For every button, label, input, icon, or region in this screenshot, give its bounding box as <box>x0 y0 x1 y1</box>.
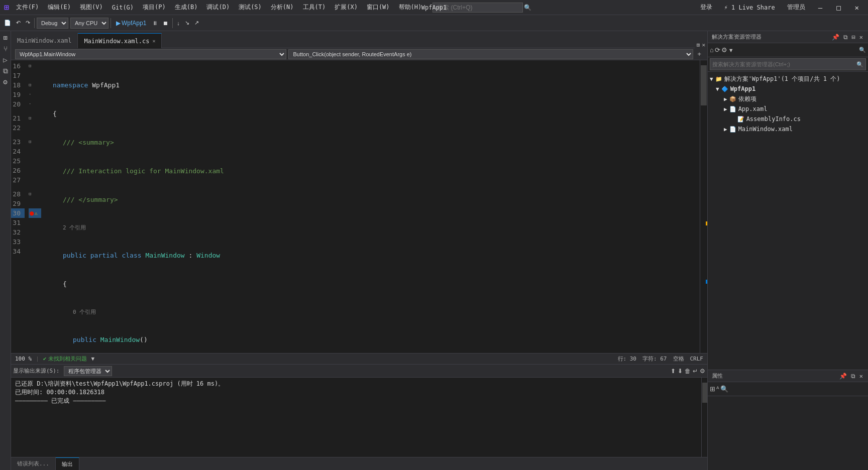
solution-root[interactable]: ▼ 📁 解决方案'WpfApp1'(1 个项目/共 1 个) <box>708 74 868 84</box>
dock-button[interactable]: ⊟ <box>851 34 856 41</box>
output-scroll-up[interactable]: ⬆ <box>671 368 676 375</box>
menu-debug[interactable]: 调试(D) <box>202 2 234 13</box>
nav-bar: WpfApp1.MainWindow Button_Click(object s… <box>11 48 707 60</box>
step-into-button[interactable]: ↘ <box>183 19 191 27</box>
extensions-icon[interactable]: ⧉ <box>1 66 10 75</box>
step-over-button[interactable]: ↓ <box>175 19 182 27</box>
solution-more-button[interactable]: ▼ <box>728 47 734 53</box>
collapse-23[interactable]: ⊟ <box>29 137 31 147</box>
check-dropdown[interactable]: ▼ <box>91 356 94 362</box>
solution-collapse-icon[interactable]: ▼ <box>710 76 713 82</box>
menu-window[interactable]: 窗口(W) <box>363 2 394 13</box>
project-wpfapp1[interactable]: ▼ 🔷 WpfApp1 <box>708 84 868 94</box>
prop-alphabetical-button[interactable]: ᴬ <box>716 385 719 393</box>
menu-analyze[interactable]: 分析(N) <box>267 2 298 13</box>
run-button[interactable]: ▶ WpfApp1 <box>113 20 149 27</box>
tree-item-mainwindow[interactable]: ▶ 📄 MainWindow.xaml <box>708 124 868 134</box>
menu-file[interactable]: 文件(F) <box>12 2 43 13</box>
collapse-28[interactable]: ⊟ <box>29 189 31 199</box>
output-source-select[interactable]: 程序包管理器 <box>64 366 112 376</box>
code-editor[interactable]: 16 17 18 19 20 21 22 23 24 25 26 27 <box>11 60 700 353</box>
stop-button[interactable]: ⏹ <box>161 19 170 27</box>
prop-pin-button[interactable]: 📌 <box>838 373 848 380</box>
output-scroll-down[interactable]: ⬇ <box>678 368 683 375</box>
tab-mainwindow-xaml[interactable]: MainWindow.xaml <box>11 33 78 48</box>
mainwindow-expand-icon[interactable]: ▶ <box>724 126 727 133</box>
method-nav-select[interactable]: Button_Click(object sender, RoutedEventA… <box>288 49 693 59</box>
app-expand-icon[interactable]: ▶ <box>724 106 727 112</box>
code-content[interactable]: namespace WpfApp1 { /// <summary> /// In… <box>49 60 700 353</box>
undo-button[interactable]: ↶ <box>14 19 23 27</box>
tree-item-appxaml[interactable]: ▶ 📄 App.xaml <box>708 104 868 114</box>
maximize-button[interactable]: □ <box>831 4 845 12</box>
output-clear[interactable]: 🗑 <box>685 368 691 375</box>
collapse-16[interactable]: ⊟ <box>29 61 31 71</box>
toolbar-separator-1 <box>34 18 35 28</box>
editor-area: MainWindow.xaml MainWindow.xaml.cs ✕ ⊞ ✕… <box>11 31 707 470</box>
menu-build[interactable]: 生成(B) <box>171 2 202 13</box>
properties-content <box>708 396 868 470</box>
class-nav-select[interactable]: WpfApp1.MainWindow <box>15 49 286 59</box>
search-activity-icon[interactable]: ⚙ <box>1 77 10 86</box>
editor-scrollbar-thumb[interactable] <box>701 65 707 105</box>
tree-item-dependencies[interactable]: ▶ 📦 依赖项 <box>708 94 868 104</box>
prop-categorized-button[interactable]: ⊞ <box>710 385 715 393</box>
solution-search-icon: 🔍 <box>854 61 865 68</box>
close-all-tabs-button[interactable]: ✕ <box>702 42 705 48</box>
prop-search-button[interactable]: 🔍 <box>720 385 728 393</box>
login-button[interactable]: 登录 <box>696 3 716 12</box>
float-button[interactable]: ⧉ <box>842 34 849 41</box>
admin-button[interactable]: 管理员 <box>783 3 809 12</box>
platform-select[interactable]: Any CPU <box>70 18 108 29</box>
menu-project[interactable]: 项目(P) <box>139 2 170 13</box>
output-scrollbar-thumb[interactable] <box>702 383 707 403</box>
breakpoint-30[interactable]: ● <box>30 208 34 218</box>
zoom-level[interactable]: 100 % <box>15 356 32 362</box>
solution-tree: ▼ 📁 解决方案'WpfApp1'(1 个项目/共 1 个) ▼ 🔷 WpfAp… <box>708 72 868 370</box>
solution-search-toggle[interactable]: 🔍 <box>859 47 866 53</box>
pin-button[interactable]: 📌 <box>831 34 840 41</box>
redo-button[interactable]: ↷ <box>24 19 32 27</box>
debug-config-select[interactable]: Debug <box>37 18 68 29</box>
solution-home-button[interactable]: ⌂ <box>710 46 714 54</box>
output-scrollbar[interactable] <box>701 378 707 457</box>
menu-extensions[interactable]: 扩展(X) <box>331 2 362 13</box>
tree-item-assemblyinfo[interactable]: ▶ 📝 AssemblyInfo.cs <box>708 114 868 124</box>
menu-edit[interactable]: 编辑(E) <box>44 2 75 13</box>
project-icon: 🔷 <box>721 86 728 92</box>
activity-bar: ⊞ ⑂ ▷ ⧉ ⚙ <box>0 31 11 470</box>
menu-git[interactable]: Git(G) <box>108 3 138 12</box>
prop-close-button[interactable]: ✕ <box>858 373 864 380</box>
tab-close-1[interactable]: ✕ <box>152 38 155 44</box>
expand-nav-button[interactable]: + <box>695 50 703 58</box>
menu-view[interactable]: 视图(V) <box>76 2 107 13</box>
menu-test[interactable]: 测试(S) <box>235 2 266 13</box>
solution-refresh-button[interactable]: ⟳ <box>715 46 720 54</box>
solution-search-input[interactable] <box>710 59 854 70</box>
bottom-tab-error-list[interactable]: 错误列表... <box>11 457 56 471</box>
bottom-tab-output[interactable]: 输出 <box>56 457 79 471</box>
dep-expand-icon[interactable]: ▶ <box>724 96 727 102</box>
prop-float-button[interactable]: ⧉ <box>850 373 856 380</box>
collapse-21[interactable]: ⊟ <box>29 113 31 123</box>
live-share-button[interactable]: ⚡ 1 Live Share <box>720 4 779 11</box>
menu-tools[interactable]: 工具(T) <box>299 2 330 13</box>
collapse-18[interactable]: ⊟ <box>29 80 31 90</box>
pause-button[interactable]: ⏸ <box>150 19 160 27</box>
new-file-button[interactable]: 📄 <box>2 19 13 27</box>
minimize-button[interactable]: — <box>813 4 827 12</box>
debug-icon[interactable]: ▷ <box>1 55 10 64</box>
tab-mainwindow-cs[interactable]: MainWindow.xaml.cs ✕ <box>78 33 162 48</box>
step-out-button[interactable]: ↗ <box>192 19 201 27</box>
solution-explorer-icon[interactable]: ⊞ <box>1 33 10 42</box>
close-panel-button[interactable]: ✕ <box>858 34 864 41</box>
close-button[interactable]: ✕ <box>850 4 864 12</box>
solution-settings-button[interactable]: ⚙ <box>721 46 727 54</box>
split-editor-button[interactable]: ⊞ <box>697 42 700 48</box>
editor-scrollbar[interactable] <box>700 60 707 353</box>
project-collapse-icon[interactable]: ▼ <box>716 86 719 92</box>
git-icon[interactable]: ⑂ <box>1 44 10 53</box>
change-indicator-blue <box>706 280 707 284</box>
output-wrap[interactable]: ↵ <box>693 368 698 375</box>
output-settings[interactable]: ⚙ <box>700 368 705 375</box>
